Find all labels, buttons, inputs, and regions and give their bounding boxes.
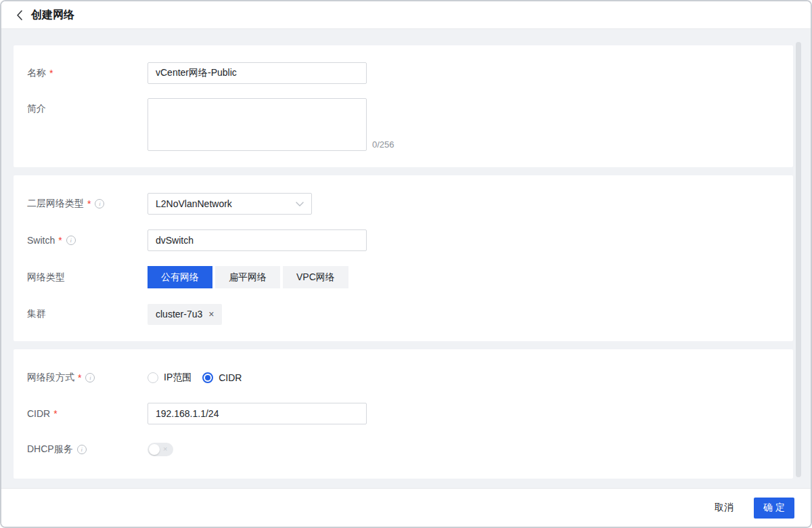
network-type-option-vpc[interactable]: VPC网络 — [283, 266, 348, 288]
network-settings-card: 二层网络类型 * i L2NoVlanNetwork Switch * i — [14, 175, 793, 341]
l2-type-label-text: 二层网络类型 — [27, 198, 84, 210]
switch-label: Switch * i — [27, 235, 148, 246]
chevron-left-icon — [16, 10, 22, 20]
switch-input[interactable] — [148, 229, 367, 251]
create-network-window: 创建网络 名称 * 简介 0/256 — [0, 0, 812, 528]
required-marker: * — [87, 198, 91, 209]
confirm-button[interactable]: 确定 — [754, 498, 794, 519]
name-label: 名称 * — [27, 67, 148, 79]
cidr-label: CIDR * — [27, 408, 148, 419]
network-type-label: 网络类型 — [27, 271, 148, 284]
required-marker: * — [58, 235, 62, 246]
segment-method-label-text: 网络段方式 — [27, 372, 74, 384]
segment-method-field-row: 网络段方式 * i IP范围 CIDR — [27, 367, 780, 389]
segment-method-radio-group: IP范围 CIDR — [148, 372, 242, 384]
radio-ip-range-label: IP范围 — [164, 372, 191, 384]
l2-type-select[interactable]: L2NoVlanNetwork — [148, 193, 312, 215]
close-icon[interactable]: × — [208, 309, 214, 319]
page-header: 创建网络 — [1, 1, 811, 29]
back-button[interactable] — [16, 10, 22, 20]
description-label-text: 简介 — [27, 103, 46, 115]
info-icon: i — [85, 373, 95, 382]
info-icon: i — [77, 445, 87, 454]
radio-ip-range[interactable]: IP范围 — [148, 372, 191, 384]
page-title: 创建网络 — [31, 8, 74, 22]
cluster-tag: cluster-7u3 × — [148, 304, 222, 325]
network-type-option-public[interactable]: 公有网络 — [148, 266, 212, 288]
char-counter: 0/256 — [372, 139, 394, 150]
chevron-down-icon — [296, 202, 304, 206]
required-marker: * — [78, 372, 81, 383]
cluster-label: 集群 — [27, 308, 148, 320]
toggle-knob — [149, 444, 160, 455]
info-icon: i — [95, 199, 104, 208]
dhcp-toggle[interactable]: × — [148, 443, 173, 456]
dhcp-label-text: DHCP服务 — [27, 443, 73, 456]
network-type-segmented-control: 公有网络 扁平网络 VPC网络 — [148, 266, 348, 288]
footer-action-bar: 取消 确定 — [1, 488, 811, 527]
name-label-text: 名称 — [27, 67, 46, 79]
required-marker: * — [53, 408, 57, 419]
l2-type-selected-value: L2NoVlanNetwork — [156, 198, 232, 209]
cancel-button[interactable]: 取消 — [715, 502, 734, 514]
cluster-label-text: 集群 — [27, 308, 46, 320]
segment-method-label: 网络段方式 * i — [27, 372, 148, 384]
network-type-field-row: 网络类型 公有网络 扁平网络 VPC网络 — [27, 266, 780, 288]
form-content: 名称 * 简介 0/256 二层网络类型 * i — [1, 29, 811, 488]
description-field-row: 简介 0/256 — [27, 98, 780, 151]
name-field-row: 名称 * — [27, 62, 780, 84]
info-icon: i — [66, 236, 76, 245]
radio-cidr-label: CIDR — [219, 372, 242, 383]
cluster-tag-text: cluster-7u3 — [156, 309, 202, 320]
cidr-input[interactable] — [148, 403, 367, 424]
cluster-field-row: 集群 cluster-7u3 × — [27, 303, 780, 325]
dhcp-label: DHCP服务 i — [27, 443, 148, 456]
toggle-off-icon: × — [163, 445, 167, 453]
cidr-field-row: CIDR * — [27, 403, 780, 424]
name-input[interactable] — [148, 62, 367, 84]
description-label: 简介 — [27, 98, 148, 115]
network-segment-card: 网络段方式 * i IP范围 CIDR CIDR — [14, 349, 793, 479]
cidr-label-text: CIDR — [27, 408, 50, 419]
description-textarea[interactable] — [148, 98, 367, 151]
scrollbar-thumb[interactable] — [796, 42, 801, 477]
network-type-label-text: 网络类型 — [27, 271, 65, 284]
l2-type-label: 二层网络类型 * i — [27, 198, 148, 210]
radio-checked-icon — [202, 372, 213, 383]
network-type-option-flat[interactable]: 扁平网络 — [215, 266, 280, 288]
dhcp-field-row: DHCP服务 i × — [27, 439, 780, 460]
l2-type-field-row: 二层网络类型 * i L2NoVlanNetwork — [27, 193, 780, 215]
radio-unchecked-icon — [148, 372, 158, 383]
switch-field-row: Switch * i — [27, 229, 780, 251]
switch-label-text: Switch — [27, 235, 55, 246]
radio-dot — [205, 375, 210, 380]
radio-cidr[interactable]: CIDR — [202, 372, 242, 383]
basic-info-card: 名称 * 简介 0/256 — [14, 45, 793, 167]
required-marker: * — [49, 68, 53, 79]
